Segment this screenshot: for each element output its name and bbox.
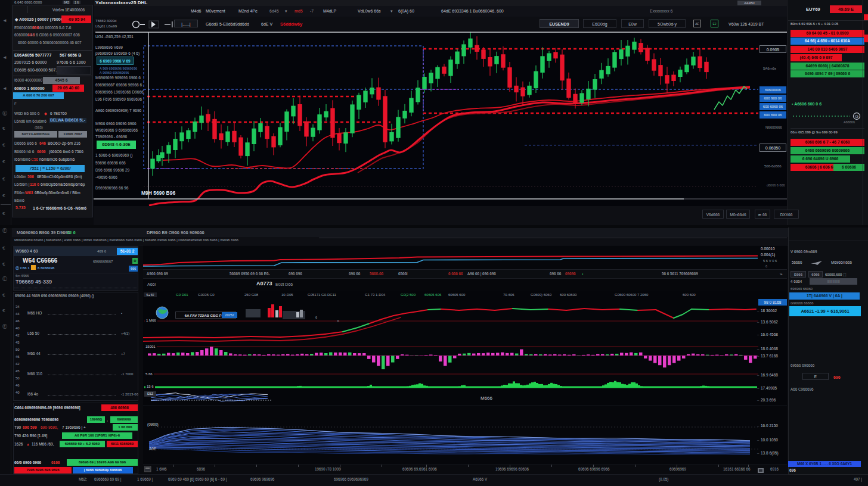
svg-text:G: G [855,114,858,119]
